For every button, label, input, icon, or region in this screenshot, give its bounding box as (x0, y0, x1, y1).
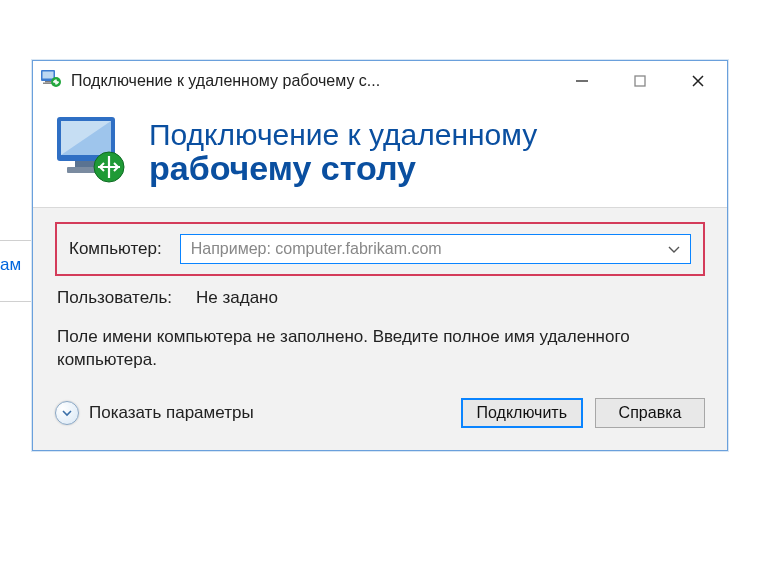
user-label: Пользователь: (57, 288, 172, 308)
computer-row-highlight: Компьютер: Например: computer.fabrikam.c… (55, 222, 705, 276)
chevron-down-circle-icon (55, 401, 79, 425)
computer-combobox[interactable]: Например: computer.fabrikam.com (180, 234, 691, 264)
user-value: Не задано (196, 288, 278, 308)
app-icon (41, 70, 63, 92)
titlebar: Подключение к удаленному рабочему с... (33, 61, 727, 101)
minimize-button[interactable] (553, 61, 611, 101)
computer-label: Компьютер: (69, 239, 162, 259)
banner-title: Подключение к удаленному рабочему столу (149, 118, 537, 187)
header-banner: Подключение к удаленному рабочему столу (33, 101, 727, 208)
svg-rect-5 (635, 76, 645, 86)
maximize-icon (633, 74, 647, 88)
dialog-body: Компьютер: Например: computer.fabrikam.c… (33, 208, 727, 450)
chevron-down-icon (668, 240, 680, 258)
background-link-fragment: ам (0, 255, 21, 275)
close-button[interactable] (669, 61, 727, 101)
footer-buttons: Подключить Справка (461, 398, 705, 428)
minimize-icon (575, 74, 589, 88)
show-options-toggle[interactable]: Показать параметры (55, 401, 254, 425)
svg-rect-2 (45, 81, 51, 83)
computer-placeholder: Например: computer.fabrikam.com (191, 240, 442, 258)
close-icon (691, 74, 705, 88)
svg-rect-1 (43, 72, 54, 79)
window-title: Подключение к удаленному рабочему с... (71, 72, 380, 90)
banner-line-1: Подключение к удаленному (149, 118, 537, 151)
maximize-button[interactable] (611, 61, 669, 101)
hint-text: Поле имени компьютера не заполнено. Введ… (57, 326, 703, 372)
window-controls (553, 61, 727, 101)
footer-row: Показать параметры Подключить Справка (55, 398, 705, 428)
banner-line-2: рабочему столу (149, 151, 537, 187)
rdp-logo-icon (53, 115, 131, 189)
show-options-label: Показать параметры (89, 403, 254, 423)
connect-button[interactable]: Подключить (461, 398, 583, 428)
user-row: Пользователь: Не задано (57, 288, 703, 308)
rdp-window: Подключение к удаленному рабочему с... (32, 60, 728, 451)
help-button[interactable]: Справка (595, 398, 705, 428)
